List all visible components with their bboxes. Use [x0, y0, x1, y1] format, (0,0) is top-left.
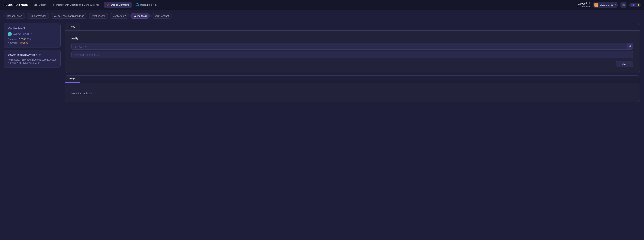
no-write-methods: No write methods: [71, 89, 633, 96]
tab-balloon-vendor[interactable]: BalloonVendor: [27, 13, 49, 19]
tab-your-contract[interactable]: YourContract: [152, 13, 172, 19]
contract-avatar: [8, 32, 12, 36]
nav-circuits-label: Interact with Circuits and Generate Proo…: [56, 4, 100, 6]
contract-info-card: Verifiertest3 0x0DC...CD82 ⎘ Balance: 0.…: [4, 23, 61, 48]
contract-tabs: BalloonToken BalloonVendor VerifierLessT…: [0, 10, 644, 21]
tab-verifier3[interactable]: Verifiertest3: [130, 13, 150, 19]
left-panel: Verifiertest3 0x0DC...CD82 ⎘ Balance: 0.…: [4, 23, 61, 68]
wallet-avatar: [594, 3, 598, 7]
network-row: Network: Hardhat: [8, 41, 57, 44]
read-arrow-icon: ↗: [628, 62, 630, 65]
write-tab-header: Write: [65, 76, 640, 83]
write-tab-group: Write No write methods: [65, 75, 640, 102]
tab-read-btn[interactable]: Read: [65, 23, 80, 30]
chevron-down-icon: ▾: [614, 4, 616, 6]
contract-address: 0x0DC...CD82: [13, 33, 30, 36]
public-inputs-input[interactable]: [72, 51, 633, 58]
main-layout: Verifiertest3 0x0DC...CD82 ⎘ Balance: 0.…: [0, 21, 644, 109]
proof-input[interactable]: [72, 43, 627, 49]
nav-ipfs[interactable]: 🌐 Upload to IPFS: [133, 2, 159, 8]
read-button[interactable]: READ ↗: [616, 61, 633, 67]
balance-row: Balance: 0.0000 ETH: [8, 38, 57, 41]
right-panel: Read verify # READ ↗: [65, 23, 640, 104]
nav-debug[interactable]: 🐞 Debug Contracts: [104, 2, 132, 8]
public-inputs-row: [71, 51, 633, 58]
eth-balance: 2.0000 ETHHardhat: [578, 2, 590, 8]
tab-verifier1[interactable]: Verifiertest1: [89, 13, 108, 19]
refresh-icon[interactable]: ↻: [38, 53, 41, 56]
read-method-section: verify # READ ↗: [68, 34, 636, 70]
brand: REMIX FOR NOIR: [4, 3, 28, 7]
hash-button[interactable]: #: [627, 43, 633, 49]
method-name: getVerificationKeyHash: [8, 53, 37, 56]
theme-toggle[interactable]: 🌙: [629, 3, 640, 7]
method-card: getVerificationKeyHash ↻ "0x5bd9df07721f…: [4, 50, 61, 68]
contract-address-row: 0x0DC...CD82 ⎘: [8, 32, 57, 36]
copy-icon[interactable]: ⎘: [31, 33, 32, 36]
read-tab-content: verify # READ ↗: [65, 31, 640, 73]
tab-write-btn[interactable]: Write: [65, 76, 80, 83]
tab-balloon-token[interactable]: BalloonToken: [4, 13, 25, 19]
write-tab-content: No write methods: [65, 83, 640, 102]
ipfs-icon: 🌐: [136, 3, 139, 7]
moon-icon: 🌙: [636, 4, 639, 7]
debug-icon: 🐞: [106, 3, 110, 7]
navbar: REMIX FOR NOIR 🤖 Deploy ✳ Interact with …: [0, 0, 644, 10]
nav-debug-label: Debug Contracts: [111, 4, 129, 6]
wallet-address: 0X87...C761: [600, 4, 613, 6]
deploy-icon: 🤖: [34, 3, 38, 7]
toggle-switch: [631, 4, 635, 6]
nav-deploy-label: Deploy: [39, 4, 46, 6]
tab-header: Read: [65, 23, 640, 31]
method-result: "0x5bd9df07721ff64c4d2a2db d1f1969287d0c…: [8, 58, 57, 65]
proof-input-row: #: [71, 43, 633, 50]
tab-verifier2[interactable]: Verifiertest2: [110, 13, 129, 19]
circuits-icon: ✳: [52, 3, 55, 7]
verify-title: verify: [71, 37, 633, 40]
nav-ipfs-label: Upload to IPFS: [140, 4, 157, 6]
write-method-section: No write methods: [68, 86, 636, 99]
message-icon[interactable]: ✉: [620, 2, 626, 8]
contract-name: Verifiertest3: [8, 27, 57, 30]
tab-verifier-less[interactable]: VerifierLessThanSignedAge: [51, 13, 87, 19]
method-name-row: getVerificationKeyHash ↻: [8, 53, 57, 56]
read-tab-group: Read verify # READ ↗: [65, 23, 640, 73]
nav-circuits[interactable]: ✳ Interact with Circuits and Generate Pr…: [50, 2, 103, 8]
nav-deploy[interactable]: 🤖 Deploy: [32, 2, 49, 8]
wallet-pill[interactable]: 0X87...C761 ▾: [592, 2, 618, 8]
navbar-right: 2.0000 ETHHardhat 0X87...C761 ▾ ✉ 🌙: [578, 2, 640, 8]
